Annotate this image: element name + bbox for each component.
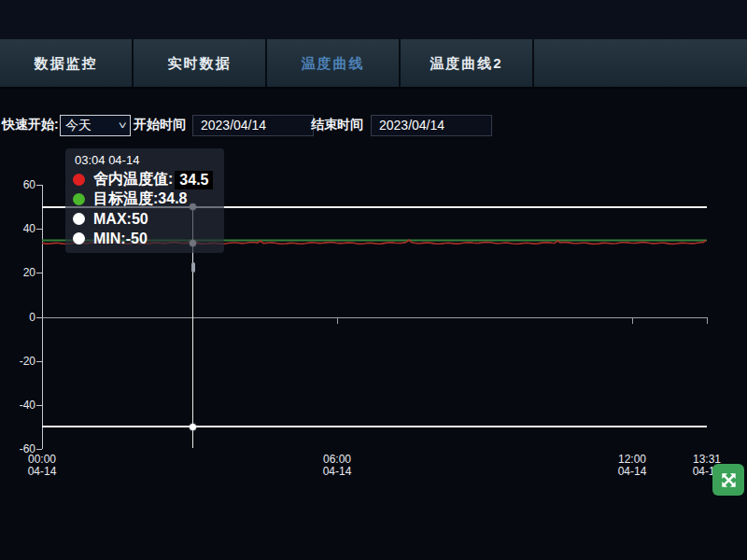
crosshair-handle	[191, 262, 195, 273]
expand-arrows-icon	[720, 471, 738, 489]
temperature-chart[interactable]: 6040200-20-40-6000:0004-1406:0004-1412:0…	[0, 0, 747, 560]
expand-button[interactable]	[712, 464, 744, 496]
app-root: 数据监控 实时数据 温度曲线 温度曲线2 快速开始: 今天 ˅ 开始时间 202…	[0, 0, 747, 560]
series-lines	[0, 0, 747, 560]
